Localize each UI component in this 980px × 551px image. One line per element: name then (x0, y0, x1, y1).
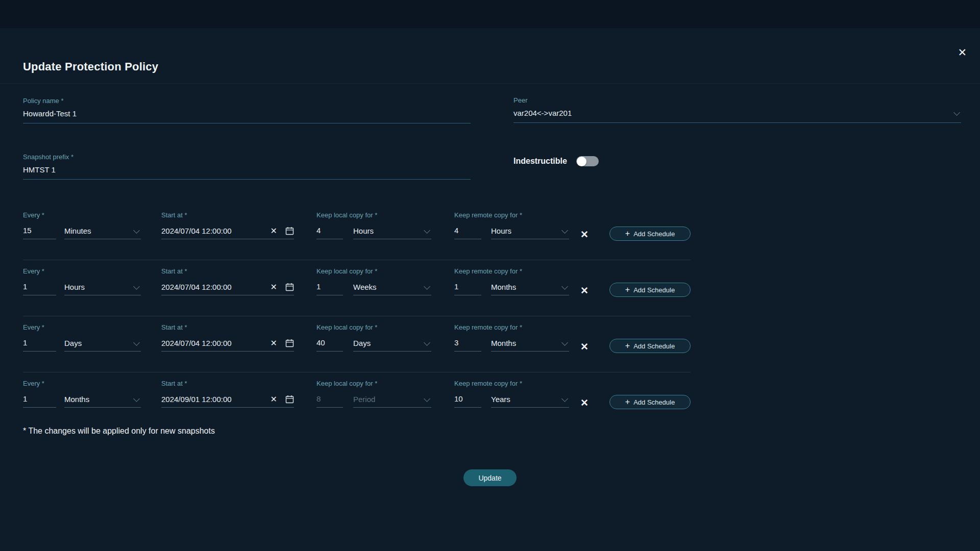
chevron-down-icon (424, 227, 430, 234)
start-at-group: Start at * 2024/09/01 12:00:00 ✕ (161, 380, 294, 408)
keep-remote-value-input[interactable]: 4 (454, 226, 481, 239)
delete-schedule-icon[interactable]: ✕ (580, 341, 589, 353)
keep-local-unit-value: Hours (353, 227, 374, 235)
keep-remote-group: Keep remote copy for * 3 Months (454, 323, 569, 352)
keep-local-unit-select[interactable]: Days (353, 339, 431, 352)
add-schedule-label: Add Schedule (633, 398, 675, 406)
calendar-icon[interactable] (285, 395, 294, 404)
chevron-down-icon (424, 339, 430, 346)
every-value-input[interactable]: 1 (23, 282, 56, 295)
add-schedule-button[interactable]: + Add Schedule (609, 339, 691, 353)
clear-icon[interactable]: ✕ (271, 394, 277, 404)
clear-icon[interactable]: ✕ (271, 338, 277, 348)
snapshot-prefix-label: Snapshot prefix * (23, 153, 471, 161)
keep-remote-unit-select[interactable]: Years (491, 395, 569, 408)
schedule-row: Every * 1 Days Start at * 2024/07/04 12:… (0, 316, 980, 372)
add-schedule-button[interactable]: + Add Schedule (609, 395, 691, 409)
every-label: Every * (23, 380, 141, 387)
plus-icon: + (625, 230, 630, 238)
keep-remote-unit-value: Hours (491, 227, 511, 235)
start-at-input[interactable]: 2024/07/04 12:00:00 ✕ (161, 282, 294, 295)
footnote: * The changes will be applied only for n… (23, 427, 215, 436)
peer-label: Peer (513, 96, 961, 104)
every-unit-value: Hours (64, 283, 85, 291)
every-unit-select[interactable]: Minutes (64, 227, 141, 239)
keep-remote-value-input[interactable]: 1 (454, 282, 481, 295)
chevron-down-icon (133, 227, 140, 234)
every-unit-select[interactable]: Months (64, 395, 141, 408)
keep-remote-unit-select[interactable]: Months (491, 339, 569, 352)
calendar-icon[interactable] (285, 227, 294, 235)
start-at-input[interactable]: 2024/09/01 12:00:00 ✕ (161, 394, 294, 408)
keep-local-value-input: 8 (316, 394, 343, 408)
keep-local-unit-select[interactable]: Weeks (353, 283, 431, 295)
policy-name-value: Howardd-Test 1 (23, 109, 77, 118)
keep-local-label: Keep local copy for * (316, 323, 431, 331)
keep-remote-label: Keep remote copy for * (454, 323, 569, 331)
snapshot-prefix-input[interactable]: HMTST 1 (23, 165, 471, 180)
every-unit-select[interactable]: Hours (64, 283, 141, 295)
indestructible-toggle[interactable] (576, 156, 599, 166)
every-label: Every * (23, 211, 141, 219)
keep-remote-value-input[interactable]: 10 (454, 394, 481, 408)
clear-icon[interactable]: ✕ (271, 226, 277, 236)
keep-local-label: Keep local copy for * (316, 211, 431, 219)
chevron-down-icon (133, 283, 140, 290)
keep-local-group: Keep local copy for * 8 Period (316, 380, 431, 408)
keep-remote-unit-value: Months (491, 283, 516, 291)
every-value-input[interactable]: 15 (23, 226, 56, 239)
indestructible-label: Indestructible (513, 157, 567, 166)
keep-local-value-input[interactable]: 40 (316, 338, 343, 352)
delete-schedule-icon[interactable]: ✕ (580, 229, 589, 240)
keep-local-label: Keep local copy for * (316, 380, 431, 387)
start-at-input[interactable]: 2024/07/04 12:00:00 ✕ (161, 338, 294, 352)
start-at-group: Start at * 2024/07/04 12:00:00 ✕ (161, 211, 294, 239)
calendar-icon[interactable] (285, 339, 294, 347)
chevron-down-icon (953, 109, 960, 116)
chevron-down-icon (133, 339, 140, 346)
header-divider (0, 83, 980, 84)
keep-local-unit-select[interactable]: Hours (353, 227, 431, 239)
keep-remote-unit-value: Years (491, 395, 510, 404)
delete-schedule-icon[interactable]: ✕ (580, 397, 589, 409)
policy-name-input[interactable]: Howardd-Test 1 (23, 109, 471, 123)
clear-icon[interactable]: ✕ (271, 282, 277, 292)
every-unit-value: Months (64, 395, 89, 404)
start-at-value: 2024/07/04 12:00:00 (161, 283, 265, 291)
keep-local-unit-select: Period (353, 395, 431, 408)
start-at-value: 2024/09/01 12:00:00 (161, 395, 265, 404)
delete-schedule-icon[interactable]: ✕ (580, 285, 589, 296)
every-unit-select[interactable]: Days (64, 339, 141, 352)
every-label: Every * (23, 323, 141, 331)
keep-remote-group: Keep remote copy for * 4 Hours (454, 211, 569, 239)
keep-remote-unit-select[interactable]: Hours (491, 227, 569, 239)
every-group: Every * 1 Hours (23, 267, 141, 295)
keep-remote-value-input[interactable]: 3 (454, 338, 481, 352)
keep-local-unit-value: Days (353, 339, 371, 347)
keep-remote-unit-value: Months (491, 339, 516, 347)
schedule-row: Every * 15 Minutes Start at * 2024/07/04… (0, 204, 980, 260)
every-label: Every * (23, 267, 141, 275)
keep-local-unit-value: Weeks (353, 283, 377, 291)
peer-select[interactable]: var204<->var201 (513, 109, 961, 123)
close-icon[interactable]: ✕ (958, 47, 967, 58)
calendar-icon[interactable] (285, 283, 294, 291)
keep-remote-unit-select[interactable]: Months (491, 283, 569, 295)
start-at-input[interactable]: 2024/07/04 12:00:00 ✕ (161, 226, 294, 239)
add-schedule-label: Add Schedule (633, 286, 675, 294)
chevron-down-icon (133, 395, 140, 402)
chevron-down-icon (561, 283, 568, 290)
keep-remote-label: Keep remote copy for * (454, 380, 569, 387)
every-group: Every * 1 Months (23, 380, 141, 408)
update-button[interactable]: Update (463, 469, 517, 486)
start-at-label: Start at * (161, 267, 294, 275)
every-value-input[interactable]: 1 (23, 394, 56, 408)
keep-local-group: Keep local copy for * 4 Hours (316, 211, 431, 239)
keep-local-value-input[interactable]: 1 (316, 282, 343, 295)
add-schedule-button[interactable]: + Add Schedule (609, 283, 691, 297)
plus-icon: + (625, 342, 630, 350)
add-schedule-button[interactable]: + Add Schedule (609, 227, 691, 241)
every-value-input[interactable]: 1 (23, 338, 56, 352)
keep-local-value-input[interactable]: 4 (316, 226, 343, 239)
keep-local-group: Keep local copy for * 1 Weeks (316, 267, 431, 295)
